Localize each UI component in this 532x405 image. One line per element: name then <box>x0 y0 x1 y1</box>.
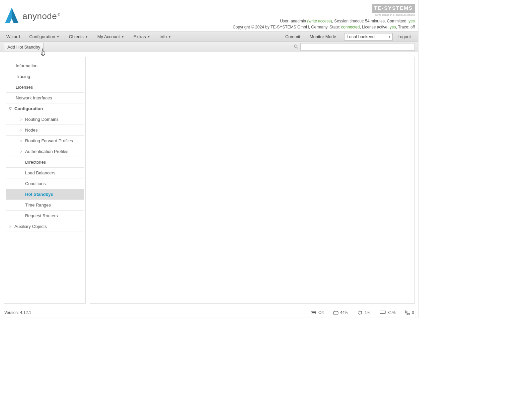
chevron-down-icon: ▼ <box>168 35 171 38</box>
expand-down-icon: ▽ <box>9 107 12 110</box>
phone-icon <box>405 310 410 315</box>
chevron-down-icon: ▼ <box>85 35 88 38</box>
svg-point-0 <box>294 45 297 48</box>
sidebar-item-directories[interactable]: Directories <box>6 157 84 168</box>
sidebar-item-conditions[interactable]: Conditions <box>6 178 84 189</box>
add-hot-standby-button[interactable]: Add Hot Standby <box>4 43 44 51</box>
nav-wizard[interactable]: Wizard <box>2 32 24 42</box>
nav-monitor-mode[interactable]: Monitor Mode <box>305 32 341 42</box>
sidebar-item-nodes[interactable]: ▷ Nodes <box>6 125 84 136</box>
search-input[interactable] <box>300 43 415 51</box>
nav-extras[interactable]: Extras▼ <box>129 32 155 42</box>
nav-my-account[interactable]: My Account▼ <box>93 32 129 42</box>
main-navbar: Wizard Configuration▼ Objects▼ My Accoun… <box>0 31 418 42</box>
sidebar-item-information[interactable]: Information <box>6 61 84 71</box>
status-calls: 0 <box>405 310 414 315</box>
main-content-panel <box>90 57 415 304</box>
svg-point-8 <box>337 313 337 313</box>
expand-right-icon: ▷ <box>20 139 23 143</box>
te-systems-logo: TE-SYSTEMS competence in e-communication… <box>372 4 415 17</box>
nav-commit[interactable]: Commit <box>281 32 305 42</box>
sidebar-item-configuration[interactable]: ▽ Configuration <box>6 103 84 114</box>
anynode-logo-icon <box>4 7 20 25</box>
header: anynode® TE-SYSTEMS competence in e-comm… <box>0 0 418 31</box>
svg-rect-4 <box>312 312 315 313</box>
sidebar-item-time-ranges[interactable]: Time Ranges <box>6 200 84 211</box>
toolbar: Add Hot Standby <box>0 42 418 52</box>
chevron-down-icon: ▼ <box>57 35 60 38</box>
expand-right-icon: ▷ <box>20 128 23 132</box>
expand-right-icon: ▷ <box>20 117 23 121</box>
logo-text: anynode® <box>22 11 60 21</box>
cpu-icon <box>358 310 363 315</box>
sidebar-item-auxiliary-objects[interactable]: ▷ Auxiliary Objects <box>6 221 84 232</box>
chevron-down-icon: ▼ <box>147 35 150 38</box>
sidebar-item-network-interfaces[interactable]: Network Interfaces <box>6 93 84 103</box>
sidebar-item-routing-domains[interactable]: ▷ Routing Domains <box>6 114 84 125</box>
status-cpu: 1% <box>358 310 370 315</box>
status-disk: 44% <box>333 310 348 315</box>
memory-icon <box>380 311 386 315</box>
expand-right-icon: ▷ <box>20 150 23 153</box>
sidebar-item-request-routers[interactable]: Request Routers <box>6 211 84 221</box>
nav-objects[interactable]: Objects▼ <box>64 32 93 42</box>
sidebar-item-tracing[interactable]: Tracing <box>6 71 84 82</box>
svg-line-1 <box>297 47 298 49</box>
header-info: TE-SYSTEMS competence in e-communication… <box>233 4 415 30</box>
nav-logout[interactable]: Logout <box>393 32 415 42</box>
sidebar-item-routing-forward-profiles[interactable]: ▷ Routing Forward Profiles <box>6 136 84 146</box>
nav-configuration[interactable]: Configuration▼ <box>24 32 64 42</box>
battery-icon <box>311 311 317 315</box>
sidebar-item-authentication-profiles[interactable]: ▷ Authentication Profiles <box>6 146 84 157</box>
chevron-down-icon: ▾ <box>389 35 390 38</box>
backend-select[interactable]: Local backend ▾ <box>344 33 393 40</box>
expand-right-icon: ▷ <box>9 225 12 228</box>
footer: Version: 4.12.1 Off 44% 1% <box>0 307 418 318</box>
logo[interactable]: anynode® <box>4 4 60 25</box>
sidebar-item-licenses[interactable]: Licenses <box>6 82 84 93</box>
version-label: Version: 4.12.1 <box>4 310 31 315</box>
nav-info[interactable]: Info▼ <box>155 32 176 42</box>
svg-rect-18 <box>380 311 385 313</box>
status-power: Off <box>311 310 324 315</box>
disk-icon <box>333 310 338 315</box>
sidebar-item-hot-standbys[interactable]: Hot Standbys <box>6 189 84 200</box>
search-icon <box>294 44 298 50</box>
chevron-down-icon: ▼ <box>121 35 124 38</box>
status-memory: 31% <box>380 310 395 315</box>
sidebar-item-load-balancers[interactable]: Load Balancers <box>6 168 84 178</box>
sidebar: Information Tracing Licenses Network Int… <box>4 57 86 304</box>
copyright-line: Copyright © 2024 by TE-SYSTEMS GmbH, Ger… <box>233 24 415 30</box>
svg-rect-3 <box>315 312 316 313</box>
session-status-line: User: anadmin (write access), Session ti… <box>233 18 415 24</box>
svg-rect-9 <box>359 311 362 314</box>
